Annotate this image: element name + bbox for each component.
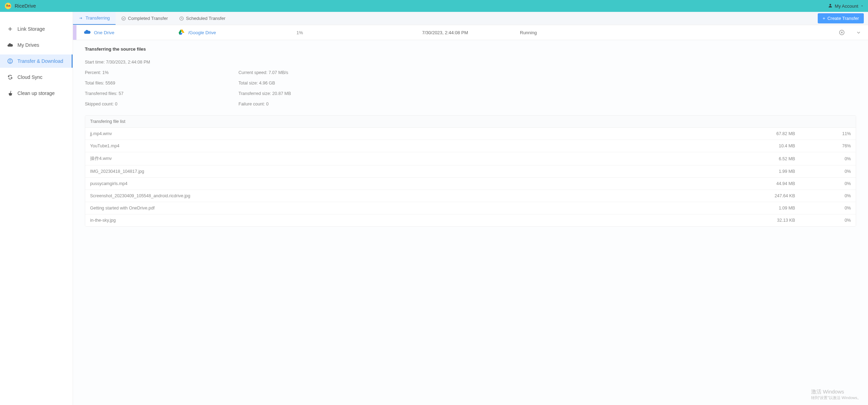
sidebar-item-label: Clean up storage xyxy=(17,90,55,96)
sidebar-item-label: Transfer & Download xyxy=(17,58,63,64)
sidebar-item-my-drives[interactable]: My Drives xyxy=(0,38,73,52)
sync-icon xyxy=(7,74,13,80)
tab-label: Scheduled Transfer xyxy=(186,16,226,21)
job-status: Running xyxy=(520,30,537,35)
file-progress: 0% xyxy=(795,218,851,223)
broom-icon xyxy=(7,90,13,96)
stat-transferred-files: Transferred files: 57 xyxy=(85,90,238,97)
create-transfer-label: Create Transfer xyxy=(827,16,859,21)
file-size: 1.09 MB xyxy=(739,206,795,211)
sidebar-item-label: Link Storage xyxy=(17,26,45,32)
job-time: 7/30/2023, 2:44:08 PM xyxy=(422,30,468,35)
source-drive-link[interactable]: One Drive xyxy=(94,30,115,35)
file-name: pussycamgirls.mp4 xyxy=(90,181,739,186)
file-size: 44.94 MB xyxy=(739,181,795,186)
file-progress: 0% xyxy=(795,181,851,186)
file-list-table: Transfering file list jj.mp4.wmv67.82 MB… xyxy=(85,115,856,227)
file-size: 247.64 KB xyxy=(739,193,795,198)
stat-failure: Failure count: 0 xyxy=(238,101,392,108)
arrow-right-icon xyxy=(79,16,83,21)
file-row: YouTube1.mp410.4 MB76% xyxy=(85,140,856,152)
file-progress: 0% xyxy=(795,156,851,161)
file-row: in-the-sky.jpg32.13 KB0% xyxy=(85,214,856,226)
stat-total-files: Total files: 5569 xyxy=(85,80,238,87)
file-name: YouTube1.mp4 xyxy=(90,143,739,148)
google-drive-icon xyxy=(178,29,185,36)
chevron-down-icon xyxy=(860,3,864,9)
tabs-row: Transferring Completed Transfer Schedule… xyxy=(73,12,868,25)
file-name: IMG_20230418_104817.jpg xyxy=(90,169,739,174)
plus-icon: + xyxy=(823,16,825,21)
file-size: 10.4 MB xyxy=(739,143,795,148)
file-name: in-the-sky.jpg xyxy=(90,218,739,223)
stat-total-size: Total size: 4.96 GB xyxy=(238,80,392,87)
file-row: jj.mp4.wmv67.82 MB11% xyxy=(85,128,856,140)
sidebar-item-transfer-download[interactable]: Transfer & Download xyxy=(0,54,73,68)
file-name: Screenshot_20230409_105548_android.ricdr… xyxy=(90,193,739,198)
target-drive-link[interactable]: /Google Drive xyxy=(188,30,216,35)
file-size: 32.13 KB xyxy=(739,218,795,223)
tab-scheduled[interactable]: Scheduled Transfer xyxy=(174,12,231,25)
svg-point-3 xyxy=(8,59,13,64)
svg-point-2 xyxy=(829,4,831,6)
file-progress: 11% xyxy=(795,131,851,136)
brand-logo-icon xyxy=(4,2,12,10)
file-row: pussycamgirls.mp444.94 MB0% xyxy=(85,178,856,190)
transfer-job-row[interactable]: One Drive /Google Drive 1% 7/30/2023, 2:… xyxy=(73,25,868,40)
chevron-down-icon[interactable] xyxy=(855,29,862,36)
cancel-icon[interactable] xyxy=(839,29,845,36)
file-name: 操作4.wmv xyxy=(90,156,739,162)
user-icon xyxy=(828,3,833,9)
sidebar-item-label: My Drives xyxy=(17,42,39,48)
file-size: 67.82 MB xyxy=(739,131,795,136)
file-progress: 76% xyxy=(795,143,851,148)
create-transfer-button[interactable]: + Create Transfer xyxy=(818,13,864,23)
sidebar-item-label: Cloud Sync xyxy=(17,74,43,80)
file-progress: 0% xyxy=(795,169,851,174)
file-size: 6.52 MB xyxy=(739,156,795,161)
sidebar: Link Storage My Drives Transfer & Downlo… xyxy=(0,12,73,405)
sidebar-item-cloud-sync[interactable]: Cloud Sync xyxy=(0,71,73,84)
plus-icon xyxy=(7,26,13,32)
svg-point-1 xyxy=(6,4,8,6)
check-circle-icon xyxy=(121,16,126,21)
sidebar-item-link-storage[interactable]: Link Storage xyxy=(0,22,73,36)
stat-speed: Current speed: 7.07 MB/s xyxy=(238,69,392,76)
stat-skipped: Skipped count: 0 xyxy=(85,101,238,108)
sidebar-item-clean-up[interactable]: Clean up storage xyxy=(0,87,73,100)
file-progress: 0% xyxy=(795,206,851,211)
tab-label: Transferring xyxy=(86,15,110,21)
tab-label: Completed Transfer xyxy=(128,16,168,21)
stat-start-time: Start time: 7/30/2023, 2:44:08 PM xyxy=(85,59,238,66)
account-label: My Account xyxy=(835,3,858,9)
cloud-icon xyxy=(7,42,13,48)
file-name: Getting started with OneDrive.pdf xyxy=(90,206,739,211)
file-list-header: Transfering file list xyxy=(85,116,856,128)
transfer-icon xyxy=(7,58,13,64)
file-row: 操作4.wmv6.52 MB0% xyxy=(85,152,856,165)
job-percent: 1% xyxy=(296,30,303,35)
clock-icon xyxy=(179,16,184,21)
file-row: Screenshot_20230409_105548_android.ricdr… xyxy=(85,190,856,202)
transfer-details: Transferring the source files Start time… xyxy=(73,40,868,405)
file-row: Getting started with OneDrive.pdf1.09 MB… xyxy=(85,202,856,214)
details-title: Transferring the source files xyxy=(85,46,856,52)
tab-completed[interactable]: Completed Transfer xyxy=(116,12,174,25)
stat-transferred-size: Transferred size: 20.87 MB xyxy=(238,90,392,97)
file-size: 1.99 MB xyxy=(739,169,795,174)
tab-transferring[interactable]: Transferring xyxy=(73,12,116,25)
file-row: IMG_20230418_104817.jpg1.99 MB0% xyxy=(85,165,856,178)
file-name: jj.mp4.wmv xyxy=(90,131,739,136)
file-list-header-label: Transfering file list xyxy=(90,119,739,124)
main-content: Transferring Completed Transfer Schedule… xyxy=(73,12,868,405)
stat-percent: Percent: 1% xyxy=(85,69,238,76)
account-menu[interactable]: My Account xyxy=(828,3,864,9)
onedrive-icon xyxy=(83,29,91,36)
svg-point-4 xyxy=(122,16,125,20)
brand-name: RiceDrive xyxy=(15,3,36,9)
topbar: RiceDrive My Account xyxy=(0,0,868,12)
file-progress: 0% xyxy=(795,193,851,198)
